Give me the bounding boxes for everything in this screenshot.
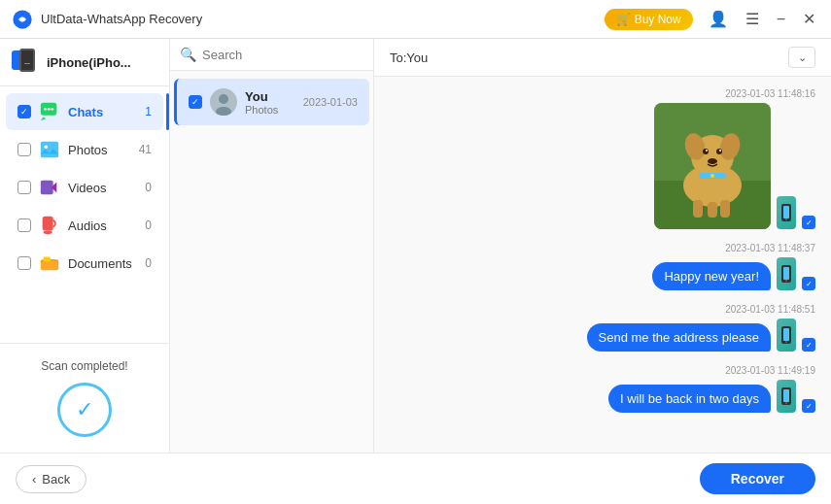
search-icon: 🔍 xyxy=(180,47,196,62)
sidebar-item-documents[interactable]: Documents 0 xyxy=(6,245,163,282)
minimize-icon[interactable]: − xyxy=(773,9,789,30)
user-icon[interactable]: 👤 xyxy=(705,8,732,30)
svg-point-11 xyxy=(44,231,52,235)
msg-image-group: 2023-01-03 11:48:16 xyxy=(390,88,815,229)
svg-rect-8 xyxy=(41,181,53,195)
sidebar-item-photos[interactable]: Photos 41 xyxy=(6,131,163,168)
photos-label: Photos xyxy=(68,143,131,157)
documents-count: 0 xyxy=(145,256,152,270)
back-button[interactable]: ‹ Back xyxy=(16,465,87,493)
msg-text-group-2: 2023-01-03 11:48:51 Send me the address … xyxy=(390,304,815,352)
chat-you-name: You xyxy=(245,89,295,104)
phone-icon-1 xyxy=(777,196,796,229)
svg-rect-13 xyxy=(44,257,51,262)
chats-label: Chats xyxy=(68,105,137,119)
device-icon xyxy=(12,49,39,76)
svg-point-24 xyxy=(716,149,722,154)
svg-point-3 xyxy=(44,108,47,111)
videos-label: Videos xyxy=(68,181,137,195)
audios-checkbox[interactable] xyxy=(17,218,31,232)
scan-complete-circle: ✓ xyxy=(57,383,112,437)
msg-timestamp-3: 2023-01-03 11:48:51 xyxy=(725,304,815,315)
phone-icon-2 xyxy=(777,257,796,290)
svg-point-25 xyxy=(706,150,708,151)
middle-panel: 🔍 You Photos 2023-01-03 xyxy=(170,39,374,453)
svg-point-44 xyxy=(785,402,787,404)
documents-checkbox[interactable] xyxy=(17,256,31,270)
svg-rect-32 xyxy=(720,200,730,218)
msg-bubble-2: Send me the address please xyxy=(587,323,772,352)
photos-count: 41 xyxy=(139,143,152,156)
chat-item-you[interactable]: You Photos 2023-01-03 xyxy=(174,79,369,125)
device-header: iPhone(iPho... xyxy=(0,39,169,86)
phone-icon-3 xyxy=(777,319,796,352)
chat-you-avatar xyxy=(210,88,237,116)
msg-row-1: Happy new year! xyxy=(652,257,815,290)
recover-button[interactable]: Recover xyxy=(700,463,815,494)
msg-check-3 xyxy=(802,338,815,352)
svg-point-26 xyxy=(719,150,721,151)
app-title: UltData-WhatsApp Recovery xyxy=(41,12,605,26)
sidebar-item-videos[interactable]: Videos 0 xyxy=(6,169,163,206)
svg-rect-31 xyxy=(708,202,717,218)
window-controls: 👤 ☰ − ✕ xyxy=(705,8,819,30)
title-bar: UltData-WhatsApp Recovery 🛒 Buy Now 👤 ☰ … xyxy=(0,0,831,39)
sidebar-item-audios[interactable]: Audios 0 xyxy=(6,207,163,244)
msg-check-4 xyxy=(802,399,815,413)
phone-icon-4 xyxy=(777,380,796,413)
msg-timestamp-2: 2023-01-03 11:48:37 xyxy=(725,243,815,253)
chat-messages: 2023-01-03 11:48:16 xyxy=(374,77,831,453)
photos-checkbox[interactable] xyxy=(17,143,31,156)
chat-you-info: You Photos xyxy=(245,89,295,116)
search-bar: 🔍 xyxy=(170,39,373,71)
dog-image-svg xyxy=(654,103,771,229)
svg-rect-10 xyxy=(43,217,53,231)
close-icon[interactable]: ✕ xyxy=(799,8,819,30)
msg-text-group-3: 2023-01-03 11:49:19 I will be back in tw… xyxy=(390,365,815,413)
svg-point-29 xyxy=(710,174,714,178)
videos-icon xyxy=(39,177,60,198)
svg-point-23 xyxy=(703,149,709,154)
search-input[interactable] xyxy=(202,48,365,62)
svg-rect-30 xyxy=(693,200,703,218)
scan-complete-section: Scan completed! ✓ xyxy=(0,343,169,453)
svg-rect-6 xyxy=(41,142,58,158)
buy-now-button[interactable]: 🛒 Buy Now xyxy=(605,9,693,30)
documents-label: Documents xyxy=(68,256,137,271)
sidebar-item-chats[interactable]: Chats 1 xyxy=(6,93,163,130)
chats-count: 1 xyxy=(145,105,152,118)
audios-icon xyxy=(39,215,60,236)
svg-point-35 xyxy=(785,218,787,220)
msg-timestamp-1: 2023-01-03 11:48:16 xyxy=(725,88,815,99)
chats-checkbox[interactable] xyxy=(17,105,31,118)
chat-header: To:You ⌄ xyxy=(374,39,831,77)
app-logo xyxy=(12,9,33,30)
svg-point-1 xyxy=(20,17,24,20)
chat-you-checkbox[interactable] xyxy=(189,95,202,109)
scan-check-icon: ✓ xyxy=(76,397,93,422)
chats-icon xyxy=(39,101,60,122)
videos-count: 0 xyxy=(145,181,152,194)
bottom-bar: ‹ Back Recover xyxy=(0,453,831,504)
msg-check-2 xyxy=(802,277,815,290)
svg-point-5 xyxy=(51,108,53,111)
chat-you-date: 2023-01-03 xyxy=(303,96,358,108)
cart-icon: 🛒 xyxy=(616,13,631,26)
msg-text-group-1: 2023-01-03 11:48:37 Happy new year! xyxy=(390,243,815,290)
msg-row-2: Send me the address please xyxy=(587,319,816,352)
chat-you-sub: Photos xyxy=(245,104,295,116)
svg-point-38 xyxy=(785,280,787,282)
chat-list: You Photos 2023-01-03 xyxy=(170,71,373,453)
main-layout: iPhone(iPho... Chats 1 xyxy=(0,39,831,453)
msg-image-content[interactable] xyxy=(654,103,771,229)
msg-timestamp-4: 2023-01-03 11:49:19 xyxy=(725,365,815,376)
dropdown-arrow[interactable]: ⌄ xyxy=(788,47,815,68)
audios-count: 0 xyxy=(145,218,152,232)
audios-label: Audios xyxy=(68,218,137,233)
photos-icon xyxy=(39,139,60,160)
msg-bubble-3: I will be back in two days xyxy=(608,385,771,413)
videos-checkbox[interactable] xyxy=(17,181,31,194)
svg-point-15 xyxy=(219,94,228,104)
msg-row-image xyxy=(654,103,815,229)
menu-icon[interactable]: ☰ xyxy=(742,8,763,30)
